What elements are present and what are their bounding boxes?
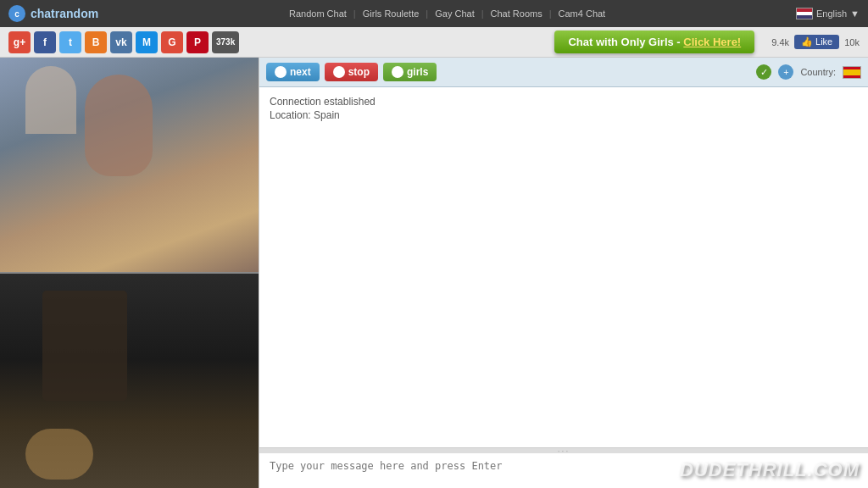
chat-input[interactable] (259, 453, 868, 485)
pinterest-button[interactable]: P (186, 31, 209, 53)
share-count-button[interactable]: 373k (212, 31, 239, 53)
message-line-2: Location: Spain (270, 109, 858, 121)
toolbar-right: ✓ + Country: (756, 64, 861, 80)
girls-cta-text: Chat with Only Girls - (568, 36, 683, 48)
message-line-1: Connection established (270, 96, 858, 108)
social-bar: g+ f t B vk M G P 373k Chat with Only Gi… (0, 27, 868, 58)
like-button[interactable]: 👍 Like (794, 35, 839, 49)
language-label: English (816, 8, 847, 19)
nav-links: Random Chat | Girls Roulette | Gay Chat … (289, 8, 605, 19)
girls-cta-button[interactable]: Chat with Only Girls - Click Here! (554, 30, 754, 53)
language-selector[interactable]: English ▼ (796, 8, 860, 19)
left-video-panel (0, 58, 259, 488)
chat-panel: ▶ next ⏹ stop ♀ girls ✓ + Country: Conne… (259, 58, 868, 488)
twitter-button[interactable]: t (59, 31, 81, 53)
nav-girls-roulette[interactable]: Girls Roulette (363, 8, 420, 19)
like-count-label: 9.4k (771, 37, 789, 47)
vk-button[interactable]: vk (110, 31, 132, 53)
stop-label: stop (348, 66, 370, 78)
next-button[interactable]: ▶ next (266, 63, 320, 81)
girls-icon: ♀ (392, 66, 403, 78)
country-label: Country: (800, 67, 836, 77)
girls-cta-click-here: Click Here! (683, 36, 741, 48)
chat-input-area (259, 447, 868, 488)
nav-sep-3: | (481, 8, 484, 19)
us-flag-icon (796, 8, 813, 19)
main-area: ▶ next ⏹ stop ♀ girls ✓ + Country: Conne… (0, 58, 868, 488)
social-right: 9.4k 👍 Like 10k (771, 35, 860, 49)
logo-chat: chat (31, 7, 55, 20)
language-dropdown-icon[interactable]: ▼ (850, 8, 860, 19)
nav-chat-rooms[interactable]: Chat Rooms (491, 8, 542, 19)
google-plus-button[interactable]: g+ (8, 31, 31, 53)
check-icon: ✓ (756, 64, 771, 80)
facebook-button[interactable]: f (34, 31, 56, 53)
remote-video-content (0, 58, 259, 272)
logo-text: chatrandom (31, 7, 98, 20)
nav-random-chat[interactable]: Random Chat (289, 8, 347, 19)
next-icon: ▶ (275, 66, 287, 78)
logo-random: random (55, 7, 98, 20)
blogger-button[interactable]: B (85, 31, 107, 53)
plus-icon[interactable]: + (778, 64, 793, 80)
nav-sep-4: | (549, 8, 552, 19)
nav-cam4-chat[interactable]: Cam4 Chat (559, 8, 606, 19)
girls-label: girls (407, 66, 428, 78)
google2-button[interactable]: G (161, 31, 183, 53)
nav-sep-1: | (353, 8, 356, 19)
stop-icon: ⏹ (333, 66, 345, 78)
share-count-label: 10k (844, 37, 860, 47)
girls-button[interactable]: ♀ girls (383, 63, 437, 81)
nav-gay-chat[interactable]: Gay Chat (435, 8, 474, 19)
next-label: next (290, 66, 311, 78)
local-video-box (0, 274, 259, 488)
top-nav-bar: c chatrandom Random Chat | Girls Roulett… (0, 0, 868, 27)
logo-area: c chatrandom (8, 5, 98, 22)
chat-messages: Connection established Location: Spain (259, 87, 868, 447)
logo-icon: c (8, 5, 25, 22)
mail-button[interactable]: M (136, 31, 158, 53)
spain-flag-icon (843, 66, 861, 79)
nav-sep-2: | (426, 8, 428, 19)
chat-toolbar: ▶ next ⏹ stop ♀ girls ✓ + Country: (259, 58, 868, 87)
local-video-content (0, 274, 259, 488)
stop-button[interactable]: ⏹ stop (325, 63, 378, 81)
remote-video-box (0, 58, 259, 274)
